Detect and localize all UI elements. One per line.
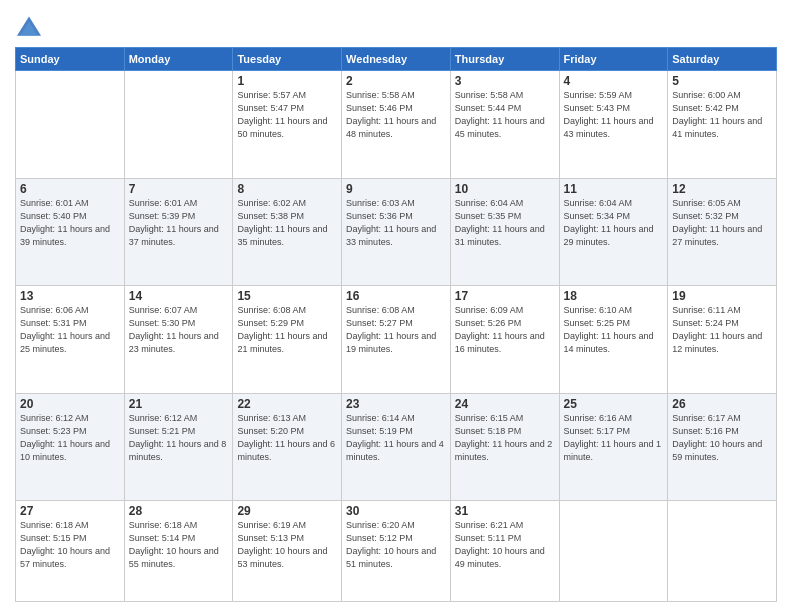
calendar-cell: 24Sunrise: 6:15 AM Sunset: 5:18 PM Dayli… — [450, 393, 559, 501]
calendar-week-4: 20Sunrise: 6:12 AM Sunset: 5:23 PM Dayli… — [16, 393, 777, 501]
calendar-cell: 18Sunrise: 6:10 AM Sunset: 5:25 PM Dayli… — [559, 286, 668, 394]
day-info: Sunrise: 6:18 AM Sunset: 5:15 PM Dayligh… — [20, 519, 120, 571]
day-number: 8 — [237, 182, 337, 196]
weekday-header-monday: Monday — [124, 48, 233, 71]
calendar-cell: 23Sunrise: 6:14 AM Sunset: 5:19 PM Dayli… — [342, 393, 451, 501]
day-number: 16 — [346, 289, 446, 303]
day-number: 31 — [455, 504, 555, 518]
calendar-header-row: SundayMondayTuesdayWednesdayThursdayFrid… — [16, 48, 777, 71]
day-number: 12 — [672, 182, 772, 196]
calendar-table: SundayMondayTuesdayWednesdayThursdayFrid… — [15, 47, 777, 602]
calendar-cell: 6Sunrise: 6:01 AM Sunset: 5:40 PM Daylig… — [16, 178, 125, 286]
day-info: Sunrise: 6:01 AM Sunset: 5:39 PM Dayligh… — [129, 197, 229, 249]
calendar-cell — [668, 501, 777, 602]
day-number: 15 — [237, 289, 337, 303]
weekday-header-sunday: Sunday — [16, 48, 125, 71]
calendar-cell: 30Sunrise: 6:20 AM Sunset: 5:12 PM Dayli… — [342, 501, 451, 602]
day-info: Sunrise: 6:15 AM Sunset: 5:18 PM Dayligh… — [455, 412, 555, 464]
calendar-week-3: 13Sunrise: 6:06 AM Sunset: 5:31 PM Dayli… — [16, 286, 777, 394]
day-info: Sunrise: 6:17 AM Sunset: 5:16 PM Dayligh… — [672, 412, 772, 464]
day-number: 27 — [20, 504, 120, 518]
day-number: 25 — [564, 397, 664, 411]
logo-icon — [15, 15, 43, 39]
logo — [15, 15, 45, 39]
day-number: 1 — [237, 74, 337, 88]
calendar-cell: 7Sunrise: 6:01 AM Sunset: 5:39 PM Daylig… — [124, 178, 233, 286]
weekday-header-wednesday: Wednesday — [342, 48, 451, 71]
calendar-cell: 14Sunrise: 6:07 AM Sunset: 5:30 PM Dayli… — [124, 286, 233, 394]
day-info: Sunrise: 5:58 AM Sunset: 5:46 PM Dayligh… — [346, 89, 446, 141]
calendar-cell: 11Sunrise: 6:04 AM Sunset: 5:34 PM Dayli… — [559, 178, 668, 286]
day-info: Sunrise: 6:09 AM Sunset: 5:26 PM Dayligh… — [455, 304, 555, 356]
day-info: Sunrise: 6:21 AM Sunset: 5:11 PM Dayligh… — [455, 519, 555, 571]
day-info: Sunrise: 6:13 AM Sunset: 5:20 PM Dayligh… — [237, 412, 337, 464]
day-number: 17 — [455, 289, 555, 303]
calendar-cell: 29Sunrise: 6:19 AM Sunset: 5:13 PM Dayli… — [233, 501, 342, 602]
day-number: 11 — [564, 182, 664, 196]
day-info: Sunrise: 6:07 AM Sunset: 5:30 PM Dayligh… — [129, 304, 229, 356]
day-number: 21 — [129, 397, 229, 411]
calendar-cell — [16, 71, 125, 179]
calendar-cell: 20Sunrise: 6:12 AM Sunset: 5:23 PM Dayli… — [16, 393, 125, 501]
day-info: Sunrise: 6:12 AM Sunset: 5:21 PM Dayligh… — [129, 412, 229, 464]
weekday-header-thursday: Thursday — [450, 48, 559, 71]
day-number: 30 — [346, 504, 446, 518]
day-number: 9 — [346, 182, 446, 196]
weekday-header-saturday: Saturday — [668, 48, 777, 71]
calendar-cell: 8Sunrise: 6:02 AM Sunset: 5:38 PM Daylig… — [233, 178, 342, 286]
day-info: Sunrise: 6:04 AM Sunset: 5:35 PM Dayligh… — [455, 197, 555, 249]
day-info: Sunrise: 6:04 AM Sunset: 5:34 PM Dayligh… — [564, 197, 664, 249]
day-info: Sunrise: 6:19 AM Sunset: 5:13 PM Dayligh… — [237, 519, 337, 571]
day-number: 7 — [129, 182, 229, 196]
calendar-cell: 17Sunrise: 6:09 AM Sunset: 5:26 PM Dayli… — [450, 286, 559, 394]
day-number: 23 — [346, 397, 446, 411]
calendar-cell: 9Sunrise: 6:03 AM Sunset: 5:36 PM Daylig… — [342, 178, 451, 286]
day-info: Sunrise: 5:58 AM Sunset: 5:44 PM Dayligh… — [455, 89, 555, 141]
day-number: 6 — [20, 182, 120, 196]
day-info: Sunrise: 6:10 AM Sunset: 5:25 PM Dayligh… — [564, 304, 664, 356]
day-number: 18 — [564, 289, 664, 303]
day-number: 2 — [346, 74, 446, 88]
calendar-week-1: 1Sunrise: 5:57 AM Sunset: 5:47 PM Daylig… — [16, 71, 777, 179]
calendar-cell: 22Sunrise: 6:13 AM Sunset: 5:20 PM Dayli… — [233, 393, 342, 501]
day-number: 4 — [564, 74, 664, 88]
day-info: Sunrise: 6:00 AM Sunset: 5:42 PM Dayligh… — [672, 89, 772, 141]
day-number: 22 — [237, 397, 337, 411]
calendar-cell: 10Sunrise: 6:04 AM Sunset: 5:35 PM Dayli… — [450, 178, 559, 286]
day-info: Sunrise: 5:59 AM Sunset: 5:43 PM Dayligh… — [564, 89, 664, 141]
calendar-cell: 31Sunrise: 6:21 AM Sunset: 5:11 PM Dayli… — [450, 501, 559, 602]
calendar-cell: 19Sunrise: 6:11 AM Sunset: 5:24 PM Dayli… — [668, 286, 777, 394]
calendar-cell: 13Sunrise: 6:06 AM Sunset: 5:31 PM Dayli… — [16, 286, 125, 394]
day-number: 10 — [455, 182, 555, 196]
calendar-cell: 26Sunrise: 6:17 AM Sunset: 5:16 PM Dayli… — [668, 393, 777, 501]
day-info: Sunrise: 6:03 AM Sunset: 5:36 PM Dayligh… — [346, 197, 446, 249]
calendar-cell: 25Sunrise: 6:16 AM Sunset: 5:17 PM Dayli… — [559, 393, 668, 501]
day-info: Sunrise: 6:08 AM Sunset: 5:29 PM Dayligh… — [237, 304, 337, 356]
calendar-cell: 16Sunrise: 6:08 AM Sunset: 5:27 PM Dayli… — [342, 286, 451, 394]
calendar-cell: 2Sunrise: 5:58 AM Sunset: 5:46 PM Daylig… — [342, 71, 451, 179]
calendar-cell: 3Sunrise: 5:58 AM Sunset: 5:44 PM Daylig… — [450, 71, 559, 179]
calendar-cell: 21Sunrise: 6:12 AM Sunset: 5:21 PM Dayli… — [124, 393, 233, 501]
calendar-week-2: 6Sunrise: 6:01 AM Sunset: 5:40 PM Daylig… — [16, 178, 777, 286]
day-number: 28 — [129, 504, 229, 518]
calendar-cell: 28Sunrise: 6:18 AM Sunset: 5:14 PM Dayli… — [124, 501, 233, 602]
day-number: 24 — [455, 397, 555, 411]
day-info: Sunrise: 6:14 AM Sunset: 5:19 PM Dayligh… — [346, 412, 446, 464]
calendar-cell — [559, 501, 668, 602]
day-info: Sunrise: 6:18 AM Sunset: 5:14 PM Dayligh… — [129, 519, 229, 571]
day-number: 19 — [672, 289, 772, 303]
day-number: 14 — [129, 289, 229, 303]
day-info: Sunrise: 6:11 AM Sunset: 5:24 PM Dayligh… — [672, 304, 772, 356]
calendar-week-5: 27Sunrise: 6:18 AM Sunset: 5:15 PM Dayli… — [16, 501, 777, 602]
day-info: Sunrise: 6:01 AM Sunset: 5:40 PM Dayligh… — [20, 197, 120, 249]
calendar-cell: 4Sunrise: 5:59 AM Sunset: 5:43 PM Daylig… — [559, 71, 668, 179]
day-info: Sunrise: 5:57 AM Sunset: 5:47 PM Dayligh… — [237, 89, 337, 141]
calendar-cell: 12Sunrise: 6:05 AM Sunset: 5:32 PM Dayli… — [668, 178, 777, 286]
header — [15, 10, 777, 39]
day-number: 29 — [237, 504, 337, 518]
day-info: Sunrise: 6:08 AM Sunset: 5:27 PM Dayligh… — [346, 304, 446, 356]
calendar-cell — [124, 71, 233, 179]
day-info: Sunrise: 6:12 AM Sunset: 5:23 PM Dayligh… — [20, 412, 120, 464]
day-number: 5 — [672, 74, 772, 88]
day-info: Sunrise: 6:16 AM Sunset: 5:17 PM Dayligh… — [564, 412, 664, 464]
